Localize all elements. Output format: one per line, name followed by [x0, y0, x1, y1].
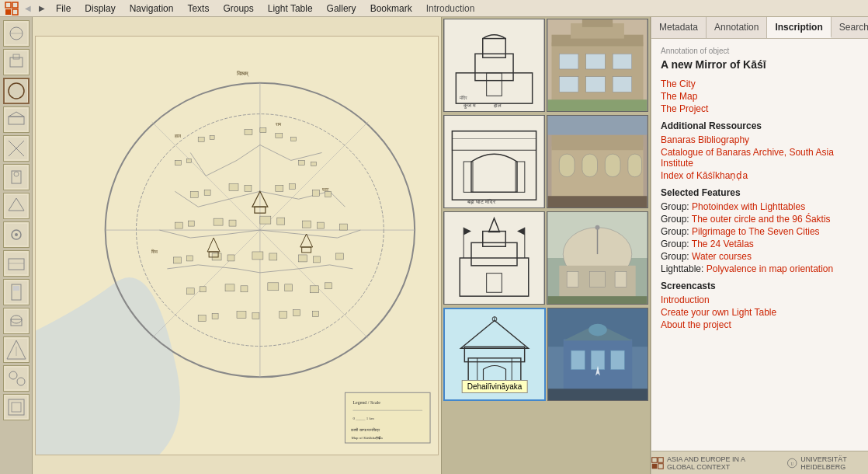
- annotation-label: Annotation of object: [661, 47, 859, 55]
- svg-text:हाल: हाल: [494, 103, 502, 108]
- svg-rect-64: [245, 185, 252, 191]
- link-catalogue[interactable]: Catalogue of Banaras Archive, South Asia…: [661, 147, 859, 169]
- tab-metadata[interactable]: Metadata: [651, 17, 707, 38]
- map-image[interactable]: विश्वम् हाल राम घाट शिव Legend / Scale 0…: [35, 36, 439, 455]
- screencast-intro[interactable]: Introduction: [661, 295, 859, 305]
- menu-file[interactable]: File: [50, 2, 77, 16]
- image-sketch-arch[interactable]: बड़ा घाट मंदिर: [443, 115, 545, 208]
- link-the-city[interactable]: The City: [661, 78, 859, 89]
- thumb-14[interactable]: [3, 394, 30, 420]
- svg-rect-133: [586, 54, 606, 69]
- svg-text:हाल: हाल: [174, 134, 181, 138]
- thumb-1[interactable]: [3, 20, 30, 47]
- tab-search[interactable]: Search: [832, 17, 868, 38]
- thumb-3[interactable]: [3, 78, 30, 104]
- photo-blue[interactable]: [547, 308, 648, 401]
- thumb-12[interactable]: [3, 336, 30, 363]
- photo-palace[interactable]: [547, 115, 648, 208]
- back-arrow[interactable]: ◀: [22, 2, 34, 15]
- menu-gallery[interactable]: Gallery: [321, 2, 363, 16]
- feature-link-4[interactable]: The 24 Vetālas: [692, 239, 754, 249]
- thumb-8[interactable]: [3, 221, 30, 248]
- svg-rect-66: [290, 183, 296, 189]
- feature-link-5[interactable]: Water courses: [692, 251, 752, 262]
- image-row-3: [442, 210, 650, 306]
- link-the-map[interactable]: The Map: [661, 91, 859, 102]
- main-area: विश्वम् हाल राम घाट शिव Legend / Scale 0…: [0, 17, 868, 474]
- svg-rect-52: [210, 136, 214, 140]
- thumb-4[interactable]: [3, 106, 30, 133]
- svg-rect-152: [628, 154, 642, 176]
- thumb-9[interactable]: [3, 250, 30, 277]
- svg-rect-83: [269, 253, 277, 260]
- thumb-5[interactable]: [3, 135, 30, 162]
- svg-rect-77: [339, 224, 347, 230]
- feature-lighttable: Lighttable: Polyvalence in map orientati…: [661, 263, 859, 274]
- svg-rect-69: [175, 222, 182, 228]
- left-sidebar: [0, 17, 33, 474]
- screencast-about[interactable]: About the project: [661, 319, 859, 330]
- tab-annotation[interactable]: Annotation: [707, 17, 767, 38]
- feature-group-2: Group: The outer circle and the 96 Śakti…: [661, 214, 859, 225]
- image-sketch-temple[interactable]: [443, 211, 545, 305]
- svg-rect-135: [559, 77, 578, 92]
- link-the-project[interactable]: The Project: [661, 103, 859, 114]
- thumb-11[interactable]: [3, 308, 30, 334]
- menu-navigation[interactable]: Navigation: [123, 2, 180, 16]
- feature-link-6[interactable]: Polyvalence in map orientation: [707, 263, 833, 274]
- svg-rect-2: [5, 9, 11, 15]
- svg-rect-96: [212, 314, 218, 319]
- feature-group-4: Group: The 24 Vetālas: [661, 239, 859, 249]
- svg-rect-89: [225, 284, 234, 291]
- thumb-7[interactable]: [3, 193, 30, 219]
- logo-text-heidelberg: UNIVERSITÄT HEIDELBERG: [800, 455, 868, 471]
- svg-rect-99: [279, 312, 287, 319]
- svg-rect-38: [5, 368, 27, 389]
- thumb-2[interactable]: [3, 49, 30, 75]
- svg-point-174: [595, 225, 600, 230]
- svg-text:राम: राम: [275, 122, 282, 127]
- svg-text:Legend / Scale: Legend / Scale: [352, 400, 380, 405]
- svg-rect-75: [303, 221, 311, 228]
- svg-rect-90: [241, 286, 248, 292]
- feature-link-3[interactable]: Pilgrimage to The Seven Cities: [692, 226, 820, 237]
- menu-display[interactable]: Display: [78, 2, 121, 16]
- link-banaras-bibliography[interactable]: Banaras Bibliography: [661, 134, 859, 145]
- svg-rect-136: [586, 77, 606, 92]
- svg-point-25: [15, 233, 18, 236]
- menu-groups[interactable]: Groups: [217, 2, 259, 16]
- svg-rect-61: [190, 191, 198, 197]
- feature-link-1[interactable]: Photoindex with Lighttables: [692, 201, 805, 212]
- thumb-6[interactable]: [3, 164, 30, 190]
- svg-point-188: [589, 324, 607, 336]
- svg-rect-82: [252, 252, 263, 260]
- svg-text:शिव: शिव: [151, 249, 158, 254]
- svg-rect-195: [652, 463, 658, 469]
- svg-rect-85: [314, 256, 321, 263]
- center-panel: कुज म हाल मंदिर: [441, 17, 651, 474]
- thumb-10[interactable]: [3, 279, 30, 305]
- feature-link-2[interactable]: The outer circle and the 96 Śaktis: [692, 214, 831, 225]
- image-sketch-gate[interactable]: कुज म हाल मंदिर: [443, 19, 545, 112]
- svg-rect-150: [582, 154, 598, 176]
- svg-rect-72: [229, 220, 236, 226]
- map-area: विश्वम् हाल राम घाट शिव Legend / Scale 0…: [33, 17, 441, 474]
- menu-lighttable[interactable]: Light Table: [262, 2, 319, 16]
- photo-dome[interactable]: [547, 211, 648, 305]
- feature-group-3: Group: Pilgrimage to The Seven Cities: [661, 226, 859, 237]
- svg-rect-71: [214, 218, 223, 225]
- svg-rect-193: [652, 457, 658, 462]
- photo-building-1[interactable]: [547, 19, 648, 112]
- svg-rect-98: [252, 313, 259, 319]
- forward-arrow[interactable]: ▶: [36, 2, 48, 15]
- thumb-13[interactable]: [3, 365, 30, 392]
- right-panel: Metadata Annotation Inscription Search A…: [651, 17, 868, 474]
- link-index[interactable]: Index of Kāśīkhaṇḍa: [661, 170, 859, 181]
- svg-text:U: U: [790, 461, 793, 465]
- tab-inscription[interactable]: Inscription: [767, 17, 831, 38]
- svg-rect-3: [12, 9, 18, 15]
- image-sketch-shrine[interactable]: Dehailīvināyaka: [443, 308, 546, 401]
- screencast-lighttable[interactable]: Create your own Light Table: [661, 307, 859, 318]
- menu-bookmark[interactable]: Bookmark: [364, 2, 418, 16]
- menu-texts[interactable]: Texts: [181, 2, 215, 16]
